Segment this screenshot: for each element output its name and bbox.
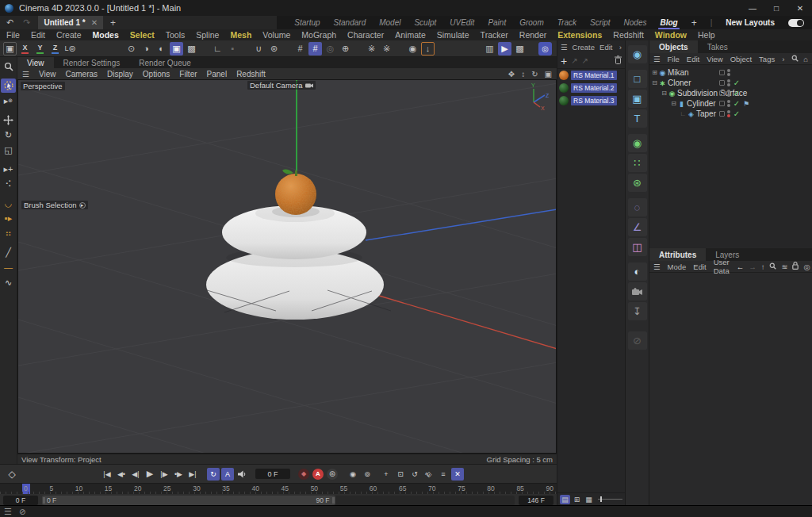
- snap-magnet-icon[interactable]: ∪: [252, 42, 266, 56]
- workplane-mode-icon[interactable]: ▪: [226, 42, 239, 56]
- record-position-icon[interactable]: ◉: [347, 468, 359, 481]
- enable-check-icon[interactable]: ✓: [733, 99, 741, 108]
- object-row-cloner[interactable]: ⊟ ∗ Cloner ✓: [649, 78, 812, 88]
- zoom-view-icon[interactable]: ↕: [521, 70, 525, 79]
- material-item[interactable]: RS Material.2: [557, 82, 625, 94]
- toggle-view-icon[interactable]: ▣: [545, 70, 552, 79]
- goto-end-button[interactable]: ▶|: [186, 468, 199, 481]
- minimize-button[interactable]: —: [741, 0, 764, 16]
- new-layouts-label[interactable]: New Layouts: [726, 18, 775, 27]
- material-burger-icon[interactable]: ☰: [561, 43, 568, 52]
- document-tab[interactable]: Untitled 1 * ✕: [38, 16, 103, 29]
- autokey-toggle-icon[interactable]: A: [312, 469, 324, 480]
- brush-symmetry-right-icon[interactable]: ※: [380, 42, 393, 56]
- filter-tracks-icon[interactable]: ✕: [451, 468, 464, 481]
- shading-gouraud-icon[interactable]: ⊙: [124, 42, 138, 56]
- om-menu-edit[interactable]: Edit: [687, 55, 699, 63]
- menu-create[interactable]: Create: [56, 30, 82, 40]
- view-mode-label[interactable]: Perspective: [21, 82, 65, 90]
- range-current-frame-field[interactable]: 0 F: [3, 496, 38, 505]
- document-end-frame-field[interactable]: 146 F: [519, 496, 553, 505]
- collapse-icon[interactable]: ⊟: [670, 100, 677, 107]
- om-menu-view[interactable]: View: [707, 55, 722, 63]
- layouts-toggle[interactable]: [788, 19, 804, 27]
- paint-brush-tool-icon[interactable]: ―: [1, 260, 16, 274]
- visibility-dots[interactable]: [727, 100, 730, 107]
- attr-back-icon[interactable]: ←: [737, 262, 745, 271]
- cube-primitive-icon[interactable]: ▣: [628, 90, 647, 108]
- tweak-tool-icon[interactable]: ▸⊛: [1, 94, 16, 108]
- layout-tab-standard[interactable]: Standard: [334, 18, 366, 27]
- render-view-icon[interactable]: ▥: [483, 42, 496, 56]
- layout-tab-startup[interactable]: Startup: [294, 18, 320, 27]
- layout-tab-model[interactable]: Model: [379, 18, 400, 27]
- layout-tab-blog[interactable]: Blog: [660, 18, 677, 27]
- collapse-icon[interactable]: ⊟: [651, 79, 658, 86]
- camera-object-icon[interactable]: [628, 282, 647, 301]
- sculpt-pull-brush-icon[interactable]: ◡: [1, 196, 16, 210]
- menu-volume[interactable]: Volume: [262, 30, 290, 40]
- record-keyframe-icon[interactable]: ◆: [298, 469, 309, 480]
- record-rotation-icon[interactable]: +: [380, 468, 393, 481]
- menu-redshift[interactable]: Redshift: [613, 30, 644, 40]
- om-search-icon[interactable]: [791, 55, 799, 63]
- material-eyedropper-icon[interactable]: ↗: [582, 56, 588, 65]
- scale-tool-icon[interactable]: ◱: [1, 143, 16, 157]
- volume-builder-icon[interactable]: ◫: [628, 238, 647, 256]
- menu-tracker[interactable]: Tracker: [481, 30, 508, 40]
- attr-menu-edit[interactable]: Edit: [693, 262, 706, 271]
- object-row-taper[interactable]: ∟ ◈ Taper ✓: [649, 109, 812, 119]
- motext-icon[interactable]: T: [628, 109, 647, 128]
- om-menu-more-icon[interactable]: ›: [782, 55, 784, 63]
- tab-view[interactable]: View: [17, 57, 54, 68]
- menu-select[interactable]: Select: [130, 30, 155, 40]
- move-tool-icon[interactable]: [1, 113, 16, 127]
- attr-menu-user-data[interactable]: User Data: [714, 258, 730, 275]
- attr-parent-icon[interactable]: ↑: [761, 262, 765, 271]
- menu-render[interactable]: Render: [519, 30, 546, 40]
- timeline-ruler[interactable]: 05 1015 2025 3035 4045 5055 6065 7075 80…: [0, 483, 557, 494]
- axis-z-toggle[interactable]: Z: [48, 42, 62, 56]
- object-row-mikan[interactable]: ⊞ ◉ Mikan: [649, 67, 812, 78]
- layout-tab-paint[interactable]: Paint: [488, 18, 506, 27]
- material-grid-view-icon[interactable]: ⊞: [572, 495, 582, 504]
- tab-render-queue[interactable]: Render Queue: [129, 57, 201, 68]
- menu-mesh[interactable]: Mesh: [230, 30, 251, 40]
- animation-layer-icon[interactable]: ≡: [437, 468, 450, 481]
- undo-icon[interactable]: ↶: [6, 17, 13, 28]
- knife-tool-icon[interactable]: ╱: [1, 245, 16, 259]
- menu-file[interactable]: File: [6, 30, 20, 40]
- redo-icon[interactable]: ↷: [23, 17, 30, 28]
- axis-x-toggle[interactable]: X: [18, 42, 32, 56]
- preview-range-fill[interactable]: [42, 496, 335, 505]
- array-generator-icon[interactable]: ∷: [628, 154, 647, 172]
- tool-hint-expand-icon[interactable]: ▸: [79, 202, 86, 209]
- bend-deformer-icon[interactable]: ◌: [628, 198, 647, 216]
- tab-attributes[interactable]: Attributes: [649, 248, 706, 261]
- menu-extensions[interactable]: Extensions: [557, 30, 602, 40]
- render-settings-icon[interactable]: ▩: [513, 42, 527, 56]
- current-frame-field[interactable]: 0 F: [255, 469, 290, 479]
- attr-menu-mode[interactable]: Mode: [668, 262, 687, 271]
- menu-edit[interactable]: Edit: [31, 30, 45, 40]
- material-item[interactable]: RS Material.1: [557, 69, 625, 82]
- play-button[interactable]: ▶: [144, 468, 156, 481]
- enable-check-icon[interactable]: ✓: [733, 89, 741, 98]
- prev-key-button[interactable]: ◀•: [115, 468, 128, 481]
- layer-chip[interactable]: [719, 80, 725, 86]
- quantize-settings-icon[interactable]: #: [308, 42, 322, 56]
- expand-icon[interactable]: ⊞: [651, 69, 658, 76]
- attr-lock-icon[interactable]: [792, 262, 799, 271]
- vp-menu-filter[interactable]: Filter: [179, 70, 197, 79]
- cloner-icon[interactable]: ⊛: [628, 174, 647, 192]
- layer-chip[interactable]: [719, 90, 725, 96]
- vp-menu-cameras[interactable]: Cameras: [65, 70, 98, 79]
- environment-icon[interactable]: ◐: [628, 262, 647, 281]
- menu-window[interactable]: Window: [655, 30, 687, 40]
- object-row-cylinder[interactable]: ⊟ ▮ Cylinder ✓ ⚑: [649, 98, 812, 109]
- material-size-slider[interactable]: [598, 499, 622, 500]
- menu-simulate[interactable]: Simulate: [437, 30, 469, 40]
- shading-quick-icon[interactable]: ◑: [140, 42, 153, 56]
- om-menu-tags[interactable]: Tags: [759, 55, 775, 63]
- spline-primitive-icon[interactable]: □: [628, 70, 647, 88]
